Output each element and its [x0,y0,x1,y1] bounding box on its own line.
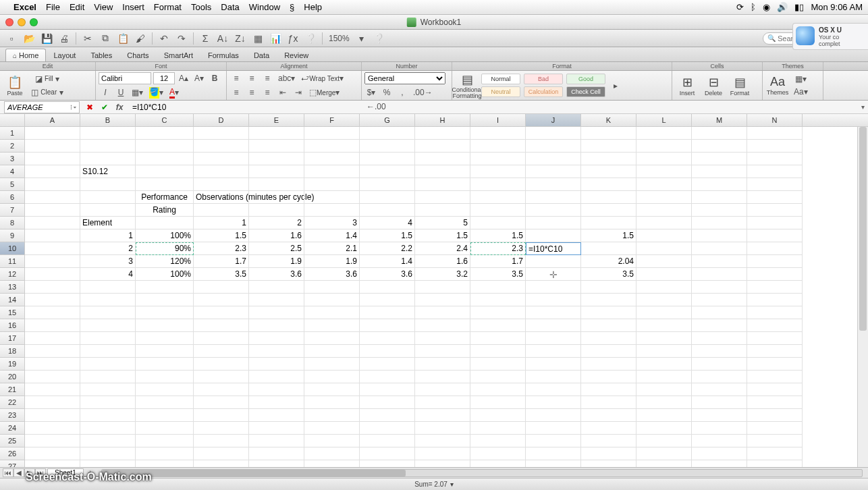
menu-insert[interactable]: Insert [122,2,144,12]
cell[interactable] [415,422,470,435]
vertical-scrollbar[interactable] [857,127,868,467]
cell[interactable] [80,306,136,319]
cell[interactable] [581,165,636,178]
cell[interactable]: 3.5 [470,268,526,281]
cell[interactable] [470,127,526,140]
row-header[interactable]: 11 [0,255,25,268]
cell[interactable] [692,178,747,191]
cell[interactable] [747,281,803,294]
cell[interactable]: 1.6 [415,255,470,268]
delete-cells-button[interactable]: ⊟Delete [701,72,726,99]
decrease-font-button[interactable]: A▾ [192,72,206,84]
cell[interactable] [360,127,415,140]
cell[interactable] [692,383,747,396]
cell[interactable] [636,191,692,204]
autosum-button[interactable]: Σ [198,32,213,45]
column-header[interactable]: F [304,114,360,126]
cell[interactable]: 90% [136,242,194,255]
cell[interactable] [692,217,747,229]
cell[interactable] [25,140,80,153]
cell[interactable] [360,281,415,294]
cell[interactable] [415,127,470,140]
cell[interactable]: 3.5 [581,268,636,281]
cell[interactable] [415,319,470,332]
cell[interactable] [636,306,692,319]
cell[interactable] [25,345,80,358]
cell[interactable] [194,447,249,460]
cell[interactable] [25,422,80,435]
increase-decimal-button[interactable]: .00→ [411,86,435,99]
cell[interactable] [581,409,636,422]
cell[interactable] [194,165,249,178]
increase-font-button[interactable]: A▴ [177,72,190,84]
new-doc-button[interactable]: ▫ [4,32,19,45]
cell[interactable] [136,358,194,371]
tab-formulas[interactable]: Formulas [200,49,246,61]
cell[interactable] [80,178,136,191]
underline-button[interactable]: U [114,86,128,99]
cell[interactable] [747,178,803,191]
cell[interactable] [25,268,80,281]
cell[interactable] [80,447,136,460]
cell-style-swatch[interactable]: Bad [524,74,563,84]
cell[interactable] [636,447,692,460]
cell[interactable] [692,165,747,178]
cell[interactable]: 1.5 [470,229,526,242]
cell[interactable] [581,371,636,383]
cell[interactable] [692,447,747,460]
cell[interactable] [80,358,136,371]
cell[interactable] [136,383,194,396]
cell[interactable] [249,332,304,345]
row-header[interactable]: 23 [0,409,25,422]
cell[interactable] [25,178,80,191]
sort-asc-button[interactable]: A↓ [215,32,230,45]
cell[interactable] [692,396,747,409]
print-button[interactable]: 🖨 [57,32,72,45]
cell[interactable]: 2.2 [360,242,415,255]
cell[interactable] [470,281,526,294]
cell[interactable] [360,140,415,153]
cell[interactable] [692,371,747,383]
cell[interactable] [194,435,249,447]
cell[interactable] [249,319,304,332]
cell[interactable]: 2.3 [194,242,249,255]
cell[interactable] [25,294,80,306]
cell[interactable] [747,460,803,467]
cell[interactable] [692,332,747,345]
cell[interactable] [526,435,581,447]
cell[interactable] [470,191,526,204]
cell[interactable] [249,140,304,153]
cell[interactable] [636,140,692,153]
horizontal-scroll-thumb[interactable] [102,470,406,477]
cell[interactable] [136,435,194,447]
row-header[interactable]: 15 [0,306,25,319]
cell[interactable] [80,204,136,217]
sheet-tab[interactable]: Sheet1 [47,468,84,477]
cell[interactable] [25,217,80,229]
cell[interactable]: 2.5 [249,242,304,255]
cell[interactable] [360,345,415,358]
cell[interactable] [470,460,526,467]
cell[interactable]: S10.12 [80,165,136,178]
cell[interactable] [692,268,747,281]
cell[interactable] [25,204,80,217]
save-button[interactable]: 💾 [39,32,54,45]
cell[interactable] [581,460,636,467]
paste-button[interactable]: 📋 [115,32,130,45]
cell[interactable] [692,460,747,467]
cell[interactable] [636,345,692,358]
cell[interactable] [360,153,415,165]
cell[interactable] [636,294,692,306]
cell[interactable]: 1.5 [360,229,415,242]
fill-button[interactable]: ◪ Fill ▾ [29,73,65,85]
menu-script-icon[interactable]: § [290,2,294,12]
menu-clock[interactable]: Mon 9:06 AM [811,2,863,12]
cell[interactable] [194,409,249,422]
cell[interactable] [249,345,304,358]
cell[interactable] [25,165,80,178]
cell[interactable]: ✛ [526,268,581,281]
cell[interactable] [526,460,581,467]
cell[interactable] [360,435,415,447]
cell[interactable]: 1 [80,229,136,242]
cell[interactable]: 2.3 [470,242,526,255]
